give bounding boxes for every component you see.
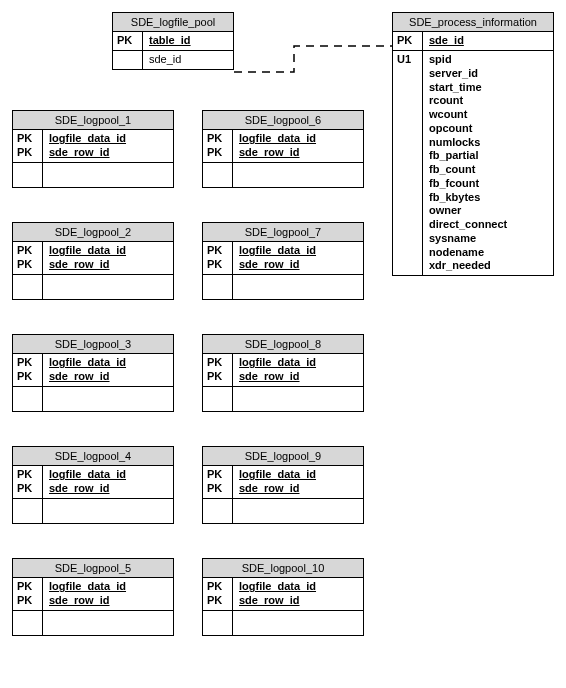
- column-name: sde_row_id: [49, 146, 167, 160]
- key-label: PK: [17, 146, 38, 160]
- table-title: SDE_logpool_4: [13, 447, 173, 466]
- column-name: sysname: [429, 232, 547, 246]
- column-name: sde_id: [149, 53, 227, 67]
- key-label: PK: [207, 244, 228, 258]
- erd-canvas: SDE_logfile_pool PK table_id sde_id SDE_…: [12, 12, 554, 676]
- key-label: PK: [17, 482, 38, 496]
- key-label: PK: [207, 594, 228, 608]
- table-sde-logpool-10: SDE_logpool_10PKPKlogfile_data_idsde_row…: [202, 558, 364, 636]
- table-title: SDE_logpool_8: [203, 335, 363, 354]
- column-name: logfile_data_id: [49, 468, 167, 482]
- table-title: SDE_logpool_7: [203, 223, 363, 242]
- table-title: SDE_logpool_1: [13, 111, 173, 130]
- table-title: SDE_logpool_3: [13, 335, 173, 354]
- column-name: logfile_data_id: [239, 580, 357, 594]
- column-name: sde_row_id: [239, 482, 357, 496]
- column-name: owner: [429, 204, 547, 218]
- column-name: sde_row_id: [49, 258, 167, 272]
- key-label: PK: [207, 580, 228, 594]
- column-name: nodename: [429, 246, 547, 260]
- table-sde-logpool-4: SDE_logpool_4PKPKlogfile_data_idsde_row_…: [12, 446, 174, 524]
- column-name: start_time: [429, 81, 547, 95]
- column-name: sde_row_id: [49, 594, 167, 608]
- column-name: logfile_data_id: [239, 132, 357, 146]
- table-sde-logpool-5: SDE_logpool_5PKPKlogfile_data_idsde_row_…: [12, 558, 174, 636]
- column-name: direct_connect: [429, 218, 547, 232]
- key-label: PK: [207, 356, 228, 370]
- key-label: PK: [17, 258, 38, 272]
- key-label: PK: [17, 468, 38, 482]
- table-sde-logpool-2: SDE_logpool_2PKPKlogfile_data_idsde_row_…: [12, 222, 174, 300]
- table-title: SDE_logfile_pool: [113, 13, 233, 32]
- table-title: SDE_logpool_9: [203, 447, 363, 466]
- table-title: SDE_logpool_2: [13, 223, 173, 242]
- key-label: PK: [397, 34, 418, 48]
- key-label: PK: [17, 356, 38, 370]
- column-name: rcount: [429, 94, 547, 108]
- key-label: PK: [207, 468, 228, 482]
- column-name: spid: [429, 53, 547, 67]
- table-sde-logpool-1: SDE_logpool_1PKPKlogfile_data_idsde_row_…: [12, 110, 174, 188]
- key-label: PK: [207, 482, 228, 496]
- table-title: SDE_logpool_5: [13, 559, 173, 578]
- column-name: sde_id: [429, 34, 547, 48]
- key-label: PK: [207, 370, 228, 384]
- column-name: sde_row_id: [239, 258, 357, 272]
- column-name: fb_kbytes: [429, 191, 547, 205]
- table-sde-logpool-3: SDE_logpool_3PKPKlogfile_data_idsde_row_…: [12, 334, 174, 412]
- column-name: numlocks: [429, 136, 547, 150]
- key-label: PK: [17, 594, 38, 608]
- table-title: SDE_logpool_10: [203, 559, 363, 578]
- column-name: sde_row_id: [49, 482, 167, 496]
- column-name: wcount: [429, 108, 547, 122]
- column-name: sde_row_id: [239, 594, 357, 608]
- column-name: sde_row_id: [239, 146, 357, 160]
- table-title: SDE_logpool_6: [203, 111, 363, 130]
- column-name: logfile_data_id: [239, 356, 357, 370]
- column-name: logfile_data_id: [49, 132, 167, 146]
- table-sde-logpool-9: SDE_logpool_9PKPKlogfile_data_idsde_row_…: [202, 446, 364, 524]
- table-sde-logfile-pool: SDE_logfile_pool PK table_id sde_id: [112, 12, 234, 70]
- key-label: PK: [17, 580, 38, 594]
- table-title: SDE_process_information: [393, 13, 553, 32]
- key-label: PK: [17, 370, 38, 384]
- column-name: sde_row_id: [239, 370, 357, 384]
- column-name: sde_row_id: [49, 370, 167, 384]
- table-sde-logpool-7: SDE_logpool_7PKPKlogfile_data_idsde_row_…: [202, 222, 364, 300]
- column-name: logfile_data_id: [49, 356, 167, 370]
- column-name: xdr_needed: [429, 259, 547, 273]
- table-sde-process-information: SDE_process_information PK sde_id U1 spi…: [392, 12, 554, 276]
- table-sde-logpool-6: SDE_logpool_6PKPKlogfile_data_idsde_row_…: [202, 110, 364, 188]
- key-label: PK: [17, 132, 38, 146]
- column-name: logfile_data_id: [239, 244, 357, 258]
- key-label: PK: [207, 132, 228, 146]
- key-label: PK: [17, 244, 38, 258]
- table-sde-logpool-8: SDE_logpool_8PKPKlogfile_data_idsde_row_…: [202, 334, 364, 412]
- column-name: fb_fcount: [429, 177, 547, 191]
- key-label: PK: [207, 258, 228, 272]
- key-label: U1: [397, 53, 418, 67]
- key-label: PK: [117, 34, 138, 48]
- column-name: logfile_data_id: [49, 244, 167, 258]
- column-name: fb_partial: [429, 149, 547, 163]
- column-name: table_id: [149, 34, 227, 48]
- column-name: server_id: [429, 67, 547, 81]
- column-name: fb_count: [429, 163, 547, 177]
- column-name: logfile_data_id: [239, 468, 357, 482]
- column-name: opcount: [429, 122, 547, 136]
- key-label: PK: [207, 146, 228, 160]
- column-name: logfile_data_id: [49, 580, 167, 594]
